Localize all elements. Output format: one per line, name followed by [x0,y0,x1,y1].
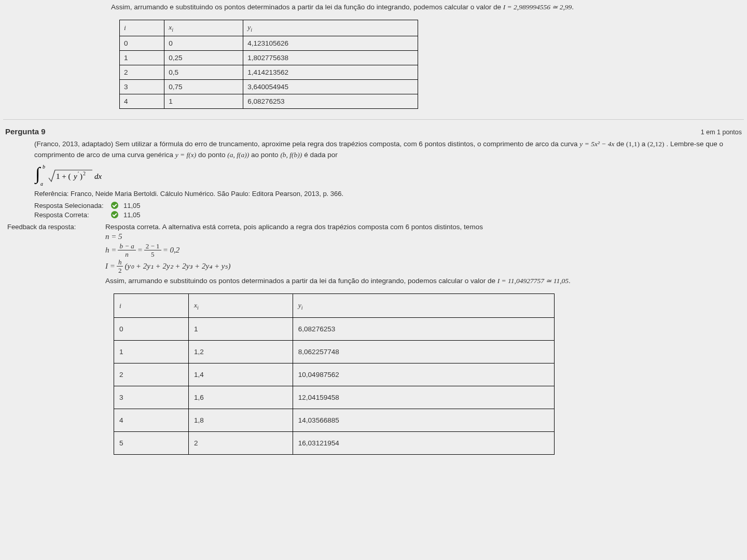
correct-answer-row: Resposta Correta: 11,05 [34,211,742,219]
feedback-conclusion: Assim, arrumando e substituindo os ponto… [105,276,744,286]
table-cell: 8,062257748 [293,341,554,363]
table-cell: 1,4 [188,363,293,386]
feedback-intro: Resposta correta. A alternativa está cor… [105,223,744,231]
table-row: 416,08276253 [120,94,418,108]
svg-text:y: y [73,172,77,180]
svg-text:dx: dx [94,172,102,180]
table-cell: 3,640054945 [243,79,418,94]
table-row: 11,28,062257748 [114,341,555,363]
table-row: 5216,03121954 [114,432,555,455]
prev-data-table: i xi yi 004,12310562610,251,80277563820,… [119,20,418,109]
table-cell: 1,414213562 [243,65,418,79]
question-header: Pergunta 9 1 em 1 pontos [3,127,744,136]
table-cell: 0 [120,36,164,50]
selected-answer-row: Resposta Selecionada: 11,05 [34,202,742,209]
table-row: 41,814,03566885 [114,409,555,432]
q9-data-table: i xi yi 016,0827625311,28,06225774821,41… [114,293,555,455]
question-separator [3,119,744,120]
col-i: i [114,293,189,318]
table-cell: 5 [114,432,189,455]
col-yi: yi [293,293,554,318]
col-xi: xi [188,293,293,318]
table-cell: 4 [120,94,164,108]
table-cell: 6,08276253 [293,318,554,341]
question-points: 1 em 1 pontos [701,129,742,136]
feedback-math: n = 5 h = b − an = 2 − 15 = 0,2 I = h2 (… [105,232,744,274]
table-cell: 0,25 [164,50,243,65]
table-row: 21,410,04987562 [114,363,555,386]
question-prompt: (Franco, 2013, adaptado) Sem utilizar a … [34,139,742,161]
integral-formula: ∫ b a 1 + ( y ′ ) 2 dx [34,164,742,187]
svg-text:b: b [43,164,45,170]
feedback-label: Feedback da resposta: [3,223,99,231]
correct-answer-value: 11,05 [123,211,141,219]
table-cell: 4,123105626 [243,36,418,50]
col-i: i [120,20,164,36]
table-cell: 1,6 [188,386,293,409]
table-cell: 2 [188,432,293,455]
svg-text:′: ′ [78,171,79,176]
correct-answer-label: Resposta Correta: [34,211,106,219]
table-cell: 1,8 [188,409,293,432]
selected-answer-value: 11,05 [123,202,141,209]
table-cell: 12,04159458 [293,386,554,409]
table-row: 016,08276253 [114,318,555,341]
svg-text:a: a [40,181,43,187]
table-cell: 3 [114,386,189,409]
check-icon [111,211,118,218]
table-cell: 2 [114,363,189,386]
question-title: Pergunta 9 [5,127,46,136]
table-cell: 10,04987562 [293,363,554,386]
col-yi: yi [243,20,418,36]
selected-answer-label: Resposta Selecionada: [34,202,106,209]
table-row: 31,612,04159458 [114,386,555,409]
table-cell: 14,03566885 [293,409,554,432]
feedback-content: Resposta correta. A alternativa está cor… [105,223,744,466]
prev-conclusion-expr: I = 2,989994556 ≃ 2,99 [503,3,572,11]
table-cell: 2 [120,65,164,79]
svg-text:2: 2 [83,171,86,176]
integral-icon: ∫ b a 1 + ( y ′ ) 2 dx [34,164,125,187]
table-cell: 16,03121954 [293,432,554,455]
table-cell: 6,08276253 [243,94,418,108]
table-cell: 1 [188,318,293,341]
prev-conclusion-text: Assim, arrumando e substituindo os ponto… [111,3,503,11]
table-cell: 0 [114,318,189,341]
table-cell: 1,2 [188,341,293,363]
check-icon [111,202,118,209]
col-xi: xi [164,20,243,36]
table-cell: 4 [114,409,189,432]
table-cell: 3 [120,79,164,94]
table-cell: 1,802775638 [243,50,418,65]
table-row: 30,753,640054945 [120,79,418,94]
question-reference: Referência: Franco, Neide Maria Bertoldi… [34,190,742,198]
table-cell: 0 [164,36,243,50]
table-cell: 1 [120,50,164,65]
table-cell: 0,75 [164,79,243,94]
table-cell: 1 [164,94,243,108]
prev-conclusion-suffix: . [572,3,574,11]
svg-text:1 + (: 1 + ( [56,172,71,181]
table-row: 20,51,414213562 [120,65,418,79]
table-row: 10,251,802775638 [120,50,418,65]
svg-text:): ) [80,172,82,181]
table-cell: 0,5 [164,65,243,79]
table-cell: 1 [114,341,189,363]
prev-feedback-conclusion: Assim, arrumando e substituindo os ponto… [111,2,744,12]
table-row: 004,123105626 [120,36,418,50]
